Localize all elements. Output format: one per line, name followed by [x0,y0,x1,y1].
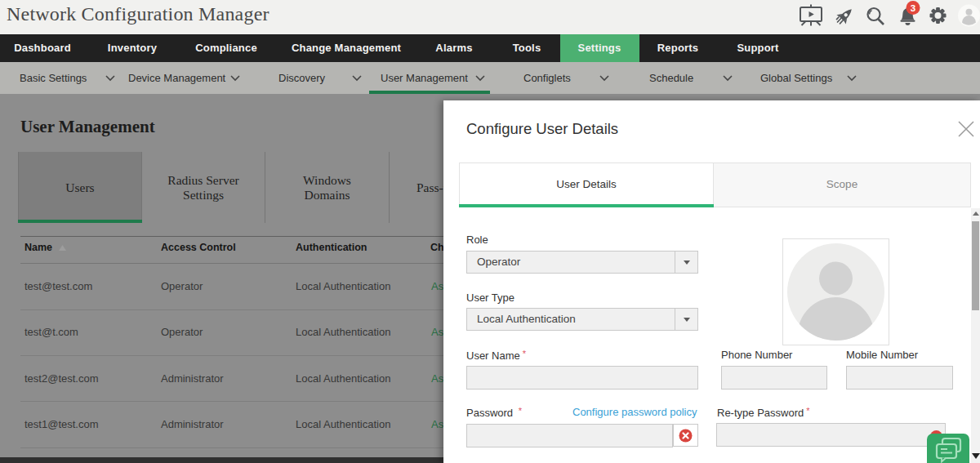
svg-text:3: 3 [911,3,915,13]
